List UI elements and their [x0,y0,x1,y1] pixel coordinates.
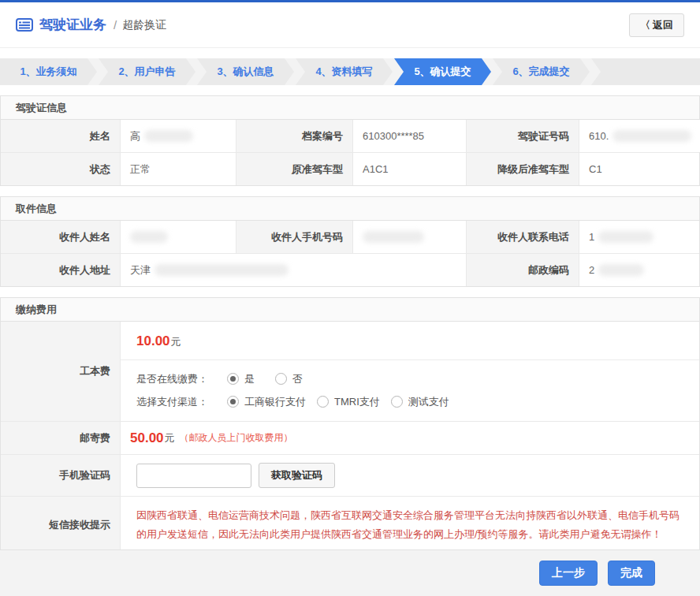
step-2-user-declaration[interactable]: 2、用户申告 [99,58,195,85]
back-button-label: 返回 [653,19,673,31]
recipient-mobile-label: 收件人手机号码 [236,221,352,253]
finish-button[interactable]: 完成 [608,561,655,586]
page-subtitle: 超龄换证 [122,18,166,32]
recipient-mobile-redaction [363,231,424,243]
step-6-finish-submit[interactable]: 6、完成提交 [493,58,590,85]
online-pay-question-label: 是否在线缴费： [136,367,208,390]
recipient-name-label: 收件人姓名 [1,221,120,253]
get-sms-code-button[interactable]: 获取验证码 [259,463,335,488]
channel-test-label[interactable]: 测试支付 [408,390,449,413]
online-pay-yes-radio[interactable] [227,373,239,385]
fees-section-title: 缴纳费用 [1,298,699,322]
license-number-redaction [612,130,691,142]
step-4-fill-material[interactable]: 4、资料填写 [296,58,393,85]
recipient-mobile-value [352,221,466,253]
step-wizard: 1、业务须知 2、用户申告 3、确认信息 4、资料填写 5、确认提交 6、完成提… [0,58,700,85]
sms-tip-row: 短信接收提示 因陕西省联通、电信运营商技术问题，陕西省互联网交通安全综合服务管理… [1,496,699,553]
license-row-2: 状态 正常 原准驾车型 A1C1 降级后准驾车型 C1 [1,152,699,185]
sms-tip-text: 因陕西省联通、电信运营商技术问题，陕西省互联网交通安全综合服务管理平台无法向持陕… [120,497,699,553]
license-row-1: 姓名 高 档案编号 610300****85 驾驶证号码 610. [1,120,699,152]
sms-code-input[interactable] [136,464,251,488]
file-number-label: 档案编号 [236,120,352,152]
production-fee-label: 工本费 [1,322,120,421]
postage-fee-label: 邮寄费 [1,422,120,454]
step-1-business-notice[interactable]: 1、业务须知 [0,58,97,85]
license-number-value: 610. [579,120,700,152]
channel-tmri-radio[interactable] [317,396,329,408]
status-label: 状态 [1,153,120,185]
production-fee-amount-line: 10.00元 [121,322,699,360]
license-number-label: 驾驶证号码 [466,120,579,152]
downgraded-class-value: C1 [579,153,699,185]
production-fee-amount: 10.00 [136,333,170,348]
recipient-phone-redaction [598,231,653,243]
channel-test-radio[interactable] [391,396,403,408]
pay-channel-option-line: 选择支付渠道： 工商银行支付 TMRI支付 测试支付 [136,390,683,413]
license-section-title: 驾驶证信息 [1,96,699,120]
sms-code-label: 手机验证码 [1,455,120,496]
license-business-icon [16,18,33,32]
file-number-value: 610300****85 [352,120,466,152]
production-fee-content: 10.00元 是否在线缴费： 是 否 选择支付渠道： 工商银行支付 TMRI支付… [120,322,699,421]
recipient-address-label: 收件人地址 [1,254,120,286]
recipient-name-redaction [130,231,168,243]
wizard-filler [591,58,700,85]
downgraded-class-label: 降级后准驾车型 [466,153,579,185]
recipient-phone-label: 收件人联系电话 [466,221,579,253]
online-pay-option-line: 是否在线缴费： 是 否 [136,367,683,390]
pickup-row-2: 收件人地址 天津 邮政编码 2 [1,253,699,286]
online-pay-no-label[interactable]: 否 [292,367,303,390]
online-pay-no-radio[interactable] [275,373,287,385]
postage-fee-unit: 元 [165,431,175,445]
sms-code-row: 手机验证码 获取验证码 [1,454,699,496]
page-header: 驾驶证业务 / 超龄换证 〈返回 [0,2,700,48]
postage-fee-note: （邮政人员上门收取费用） [180,431,293,445]
breadcrumb-separator: / [114,18,117,32]
previous-step-button[interactable]: 上一步 [539,561,598,586]
fees-section: 缴纳费用 工本费 10.00元 是否在线缴费： 是 否 选择支付渠道： 工商银行… [0,297,700,554]
postage-fee-amount: 50.00 [130,430,164,446]
license-info-section: 驾驶证信息 姓名 高 档案编号 610300****85 驾驶证号码 610. … [0,95,700,186]
page-title: 驾驶证业务 [39,16,106,34]
step-3-confirm-info[interactable]: 3、确认信息 [197,58,294,85]
postage-fee-value: 50.00元 （邮政人员上门收取费用） [120,422,699,454]
postage-fee-row: 邮寄费 50.00元 （邮政人员上门收取费用） [1,421,699,454]
back-button[interactable]: 〈返回 [629,13,684,37]
channel-tmri-label[interactable]: TMRI支付 [334,390,380,413]
sms-code-input-area: 获取验证码 [120,455,699,496]
channel-icbc-label[interactable]: 工商银行支付 [244,390,306,413]
postcode-redaction [598,264,644,276]
original-class-label: 原准驾车型 [236,153,352,185]
channel-icbc-radio[interactable] [227,396,239,408]
status-value: 正常 [120,153,236,185]
sms-tip-label: 短信接收提示 [1,497,120,553]
production-fee-unit: 元 [171,336,181,348]
pickup-section-title: 取件信息 [1,197,699,221]
name-redaction [144,130,193,142]
step-5-confirm-submit[interactable]: 5、确认提交 [394,58,491,85]
production-fee-row: 工本费 10.00元 是否在线缴费： 是 否 选择支付渠道： 工商银行支付 TM… [1,322,699,421]
name-value: 高 [120,120,236,152]
recipient-address-redaction [155,264,289,276]
payment-options: 是否在线缴费： 是 否 选择支付渠道： 工商银行支付 TMRI支付 测试支付 [121,360,699,421]
name-label: 姓名 [1,120,120,152]
recipient-phone-value: 1 [579,221,699,253]
back-chevron-icon: 〈 [640,19,650,31]
pay-channel-question-label: 选择支付渠道： [136,390,208,413]
postcode-label: 邮政编码 [466,254,579,286]
footer-action-bar: 上一步 完成 [0,549,700,596]
online-pay-yes-label[interactable]: 是 [244,367,255,390]
recipient-name-value [120,221,236,253]
recipient-address-value: 天津 [120,254,466,286]
original-class-value: A1C1 [352,153,466,185]
pickup-info-section: 取件信息 收件人姓名 收件人手机号码 收件人联系电话 1 收件人地址 天津 邮政… [0,196,700,287]
pickup-row-1: 收件人姓名 收件人手机号码 收件人联系电话 1 [1,221,699,253]
postcode-value: 2 [579,254,699,286]
